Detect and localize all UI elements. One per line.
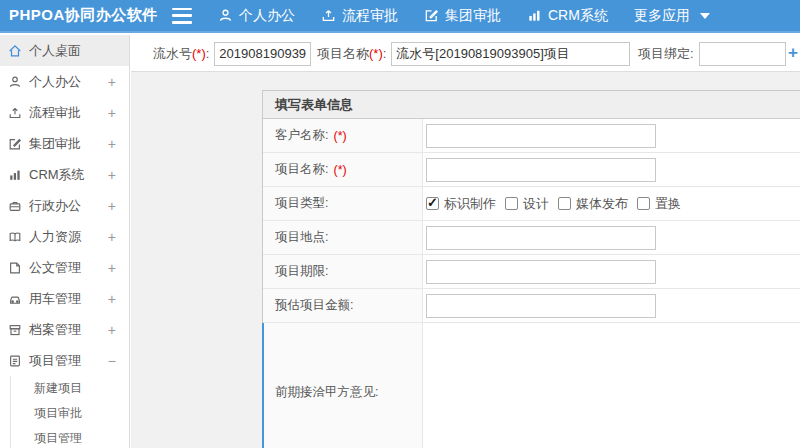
expand-toggle[interactable]: + <box>108 198 116 214</box>
sidebar-item-personal-desktop[interactable]: 个人桌面 <box>0 35 129 66</box>
field-label: 项目名称: <box>275 161 328 178</box>
form-panel: 填写表单信息 客户名称:(*) 项目名称:(*) 项目类型: 标识制作 设计 媒… <box>262 90 800 448</box>
sidebar-item-label: 流程审批 <box>29 104 81 122</box>
checkbox-design[interactable] <box>505 197 518 210</box>
project-location-input[interactable] <box>426 226 656 250</box>
project-duration-input[interactable] <box>426 260 656 284</box>
estimated-amount-input[interactable] <box>426 294 656 318</box>
sidebar-item-label: 个人办公 <box>29 73 81 91</box>
nav-more-apps[interactable]: 更多应用 <box>634 7 710 25</box>
required-mark: (*) <box>333 129 346 143</box>
car-icon <box>8 292 22 306</box>
project-bind-label: 项目绑定 <box>638 45 690 63</box>
sidebar-item-label: 项目管理 <box>29 352 81 370</box>
main-content: 流水号(*): 项目名称(*): 项目绑定: + 填写表单信息 客户名称:(*)… <box>131 35 800 448</box>
nav-label: 流程审批 <box>342 7 398 25</box>
hamburger-menu-icon[interactable] <box>172 8 192 24</box>
expand-toggle[interactable]: + <box>108 74 116 90</box>
sidebar-item-label: 个人桌面 <box>29 42 81 60</box>
serial-number-field: 流水号(*): <box>153 35 311 72</box>
upload-icon <box>321 8 336 23</box>
sidebar-item-human-resources[interactable]: 人力资源 + <box>0 221 129 252</box>
project-name-input[interactable] <box>391 42 630 66</box>
checkbox-exchange[interactable] <box>637 197 650 210</box>
sidebar-item-vehicle-mgmt[interactable]: 用车管理 + <box>0 283 129 314</box>
colon: : <box>690 46 694 61</box>
sidebar-item-official-docs[interactable]: 公文管理 + <box>0 252 129 283</box>
nav-workflow-approval[interactable]: 流程审批 <box>321 7 398 25</box>
checkbox-label: 设计 <box>523 195 549 213</box>
expand-toggle[interactable]: − <box>108 353 116 369</box>
form-row-pre-negotiation-opinion: 前期接洽甲方意见: <box>263 323 800 448</box>
serial-number-label: 流水号 <box>153 45 192 63</box>
nav-label: 集团审批 <box>445 7 501 25</box>
checkbox-label: 标识制作 <box>444 195 496 213</box>
serial-number-input[interactable] <box>214 42 311 66</box>
sidebar-item-workflow-approval[interactable]: 流程审批 + <box>0 97 129 128</box>
sidebar-item-project-mgmt[interactable]: 项目管理 − <box>0 345 129 376</box>
sidebar-item-label: 人力资源 <box>29 228 81 246</box>
project-mgmt-submenu: 新建项目 项目审批 项目管理 <box>10 376 129 448</box>
field-label: 项目地点: <box>275 229 328 246</box>
sidebar-item-label: 档案管理 <box>29 321 81 339</box>
edit-icon <box>8 137 22 151</box>
nav-crm-system[interactable]: CRM系统 <box>527 7 608 25</box>
field-label: 项目期限: <box>275 263 328 280</box>
bar-chart-icon <box>8 168 22 182</box>
app-title: PHPOA协同办公软件 <box>0 6 172 25</box>
form-row-project-location: 项目地点: <box>263 221 800 255</box>
sidebar-item-personal-office[interactable]: 个人办公 + <box>0 66 129 97</box>
nav-label: 更多应用 <box>634 7 690 25</box>
top-nav: 个人办公 流程审批 集团审批 CRM系统 更多应用 <box>218 7 710 25</box>
project-bind-input[interactable] <box>699 42 786 66</box>
form-row-estimated-amount: 预估项目金额: <box>263 289 800 323</box>
expand-toggle[interactable]: + <box>108 260 116 276</box>
expand-toggle[interactable]: + <box>108 105 116 121</box>
checkbox-sign-making[interactable] <box>426 197 439 210</box>
user-icon <box>8 75 22 89</box>
archive-icon <box>8 323 22 337</box>
sidebar-item-label: 集团审批 <box>29 135 81 153</box>
edit-icon <box>424 8 439 23</box>
project-type-options: 标识制作 设计 媒体发布 置换 <box>426 195 685 213</box>
sidebar-item-label: 用车管理 <box>29 290 81 308</box>
sidebar-item-group-approval[interactable]: 集团审批 + <box>0 128 129 159</box>
project-bind-field: 项目绑定: <box>638 35 786 72</box>
colon: : <box>206 46 210 61</box>
pre-negotiation-opinion-textarea[interactable] <box>425 325 800 448</box>
checkbox-media-publish[interactable] <box>558 197 571 210</box>
sidebar-item-crm-system[interactable]: CRM系统 + <box>0 159 129 190</box>
caret-down-icon <box>700 13 710 19</box>
header-form-bar: 流水号(*): 项目名称(*): 项目绑定: + <box>131 35 800 72</box>
project-name-form-input[interactable] <box>426 158 656 182</box>
nav-personal-office[interactable]: 个人办公 <box>218 7 295 25</box>
project-bind-add-button[interactable]: + <box>785 43 800 63</box>
project-name-label: 项目名称 <box>317 45 369 63</box>
sidebar-item-label: 行政办公 <box>29 197 81 215</box>
nav-group-approval[interactable]: 集团审批 <box>424 7 501 25</box>
nav-label: CRM系统 <box>548 7 608 25</box>
top-bar: PHPOA协同办公软件 个人办公 流程审批 集团审批 CRM系统 更多应用 <box>0 0 800 33</box>
sidebar-item-archive-mgmt[interactable]: 档案管理 + <box>0 314 129 345</box>
expand-toggle[interactable]: + <box>108 322 116 338</box>
user-icon <box>218 8 233 23</box>
submenu-item-project-approval[interactable]: 项目审批 <box>11 401 129 426</box>
sidebar-item-admin-office[interactable]: 行政办公 + <box>0 190 129 221</box>
field-label: 客户名称: <box>275 127 328 144</box>
nav-label: 个人办公 <box>239 7 295 25</box>
submenu-item-project-mgmt[interactable]: 项目管理 <box>11 426 129 448</box>
form-row-project-duration: 项目期限: <box>263 255 800 289</box>
expand-toggle[interactable]: + <box>108 167 116 183</box>
submenu-item-new-project[interactable]: 新建项目 <box>11 376 129 401</box>
expand-toggle[interactable]: + <box>108 136 116 152</box>
field-label: 项目类型: <box>275 195 328 212</box>
clipboard-icon <box>8 354 22 368</box>
field-label: 预估项目金额: <box>275 297 353 314</box>
colon: : <box>383 46 387 61</box>
expand-toggle[interactable]: + <box>108 291 116 307</box>
required-mark: (*) <box>192 46 206 61</box>
expand-toggle[interactable]: + <box>108 229 116 245</box>
document-icon <box>8 261 22 275</box>
book-icon <box>8 230 22 244</box>
customer-name-input[interactable] <box>426 124 656 148</box>
